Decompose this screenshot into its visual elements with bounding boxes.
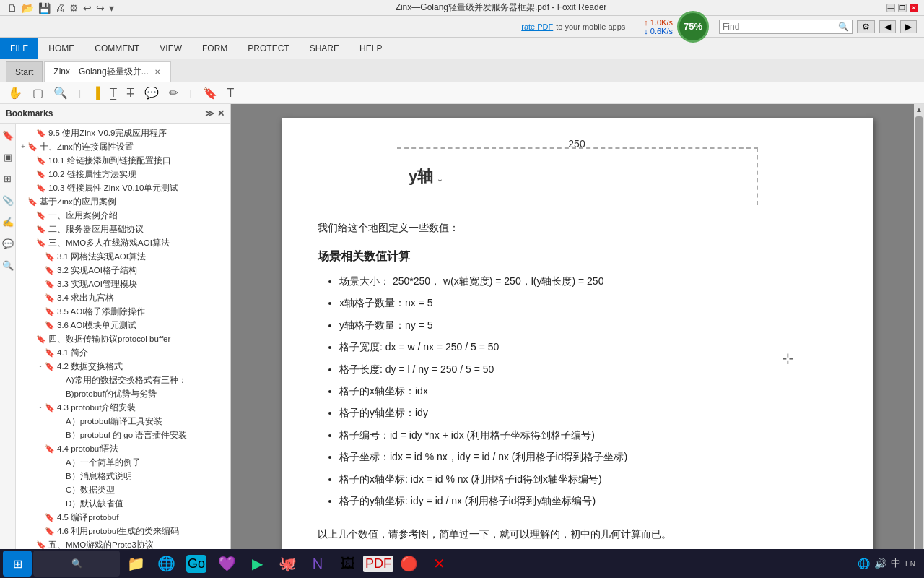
sidebar-tree-item[interactable]: 🔖3.3 实现AOI管理模块 [16,277,230,291]
menu-help[interactable]: HELP [349,38,392,59]
tree-toggle[interactable]: - [19,197,27,206]
find-input[interactable] [723,22,838,32]
taskbar-app7[interactable]: ✕ [424,551,453,577]
attachments-panel-icon[interactable]: 📎 [1,194,14,207]
menu-protect[interactable]: PROTECT [237,38,299,59]
sidebar-collapse-icon[interactable]: ✕ [217,108,225,118]
hand-tool-icon[interactable]: ✋ [6,86,25,100]
pen-tool-icon[interactable]: ✏ [167,86,180,100]
sidebar-tree-item[interactable]: -🔖4.2 数据交换格式 [16,360,230,374]
sidebar-tree-item[interactable]: D）默认缺省值 [16,497,230,511]
find-settings-btn[interactable]: ⚙ [857,20,875,33]
menu-share[interactable]: SHARE [300,38,349,59]
menu-view[interactable]: VIEW [149,38,192,59]
tree-toggle[interactable]: - [36,362,45,371]
sidebar-tree-item[interactable]: 🔖四、数据传输协议protocol buffer [16,332,230,346]
settings-icon[interactable]: ⚙ [68,2,80,14]
upload-cta[interactable]: rate PDF [521,22,553,31]
sidebar-expand-icon[interactable]: ≫ [205,108,214,118]
redo-icon[interactable]: ↪ [95,2,106,14]
menu-home[interactable]: HOME [38,38,84,59]
sidebar-tree-item[interactable]: 🔖二、服务器应用基础协议 [16,223,230,236]
find-icon[interactable]: 🔍 [838,22,849,32]
search-panel-icon[interactable]: 🔍 [1,259,14,272]
scroll-up-btn[interactable]: ▲ [914,104,924,115]
sidebar-tree-item[interactable]: 🔖3.5 AOI格子添删除操作 [16,305,230,319]
sidebar-tree-item[interactable]: -🔖4.3 protobuf介绍安装 [16,401,230,415]
find-input-wrap[interactable]: 🔍 [719,20,853,34]
underline-tool-icon[interactable]: T̲ [108,86,119,100]
tab-start[interactable]: Start [6,61,43,82]
sidebar-tree-item[interactable]: B)protobuf的优势与劣势 [16,387,230,401]
sidebar-tree-item[interactable]: 🔖4.5 编译protobuf [16,511,230,525]
layers-panel-icon[interactable]: ⊞ [1,173,14,186]
tab-close-icon[interactable]: ✕ [153,68,162,76]
find-prev-btn[interactable]: ◀ [879,20,896,33]
taskbar-pdf-reader[interactable]: PDF [364,551,393,577]
restore-button[interactable]: ❐ [898,4,907,12]
close-button[interactable]: ✕ [910,4,918,12]
undo-icon[interactable]: ↩ [82,2,93,14]
sidebar-tree-item[interactable]: C）数据类型 [16,483,230,497]
lang-icon[interactable]: 中 [891,557,901,570]
scroll-thumb[interactable] [915,116,923,566]
taskbar-file-explorer[interactable]: 📁 [121,551,150,577]
sidebar-tree-item[interactable]: -🔖基于Zinx的应用案例 [16,195,230,209]
network-icon[interactable]: 🌐 [858,558,870,569]
menu-form[interactable]: FORM [192,38,237,59]
sidebar-tree-item[interactable]: B）protobuf 的 go 语言插件安装 [16,428,230,442]
sidebar-tree-item[interactable]: 🔖4.4 protobuf语法 [16,442,230,456]
scrollbar-vertical[interactable]: ▲ ▼ [914,104,924,578]
comment-panel-icon[interactable]: 💬 [1,238,14,251]
thumbnail-panel-icon[interactable]: ▣ [1,151,14,164]
menu-file[interactable]: FILE [0,38,38,59]
tree-toggle[interactable]: - [27,238,36,247]
taskbar-image-viewer[interactable]: 🖼 [334,551,362,577]
print-icon[interactable]: 🖨 [53,2,66,14]
sidebar-tree-item[interactable]: -🔖3.4 求出九宫格 [16,291,230,305]
volume-icon[interactable]: 🔊 [874,558,886,569]
sidebar-tree-item[interactable]: 🔖4.1 简介 [16,346,230,360]
bookmark-panel-icon[interactable]: 🔖 [1,129,14,142]
stamp-tool-icon[interactable]: 🔖 [201,86,219,100]
more-icon[interactable]: ▾ [108,2,116,14]
tree-toggle[interactable]: - [36,403,45,412]
new-icon[interactable]: 🗋 [6,2,19,14]
taskbar-onenote[interactable]: N [303,551,332,577]
sidebar-tree-item[interactable]: 🔖10.2 链接属性方法实现 [16,168,230,181]
signature-panel-icon[interactable]: ✍ [1,216,14,229]
sidebar-tree-item[interactable]: 🔖3.2 实现AOI格子结构 [16,264,230,277]
sidebar-tree-item[interactable]: 🔖4.6 利用protobuf生成的类来编码 [16,525,230,538]
tree-toggle[interactable]: - [36,293,45,302]
taskbar-git[interactable]: 🐙 [273,551,302,577]
taskbar-goland[interactable]: ▶ [243,551,271,577]
taskbar-chrome[interactable]: 🌐 [152,551,180,577]
tab-pdf[interactable]: Zinx—Golang轻量级并... ✕ [44,61,170,82]
sidebar-tree-item[interactable]: 🔖9.5 使用Zinx-V0.9完成应用程序 [16,126,230,140]
taskbar-foxit[interactable]: 🔴 [394,551,423,577]
find-next-btn[interactable]: ▶ [900,20,917,33]
zoom-tool-icon[interactable]: 🔍 [51,86,70,100]
strikethrough-tool-icon[interactable]: T̶ [125,86,136,100]
start-button[interactable]: ⊞ [3,551,32,577]
sidebar-tree-item[interactable]: 🔖3.6 AOI模块单元测试 [16,319,230,332]
menu-comment[interactable]: COMMENT [84,38,149,59]
taskbar-search[interactable]: 🔍 [33,551,120,577]
taskbar-go[interactable]: Go [182,551,211,577]
comment-tool-icon[interactable]: 💬 [142,86,161,100]
sidebar-tree-item[interactable]: -🔖三、MMO多人在线游戏AOI算法 [16,236,230,250]
sidebar-tree-item[interactable]: B）消息格式说明 [16,470,230,483]
sidebar-tree-item[interactable]: 🔖10.1 给链接添加到链接配置接口 [16,154,230,168]
tree-toggle[interactable]: + [19,142,27,151]
sidebar-tree-item[interactable]: +🔖十、Zinx的连接属性设置 [16,140,230,154]
save-icon[interactable]: 💾 [37,2,52,14]
sidebar-tree-item[interactable]: A）一个简单的例子 [16,456,230,470]
minimize-button[interactable]: — [886,4,895,12]
sidebar-tree-item[interactable]: 🔖3.1 网格法实现AOI算法 [16,250,230,264]
typewriter-tool-icon[interactable]: T [225,87,237,100]
sidebar-tree-item[interactable]: A）protobuf编译工具安装 [16,415,230,428]
sidebar-tree-item[interactable]: A)常用的数据交换格式有三种： [16,374,230,387]
open-icon[interactable]: 📂 [20,2,35,14]
select-tool-icon[interactable]: ▢ [30,86,45,100]
sidebar-tree-item[interactable]: 🔖一、应用案例介绍 [16,209,230,223]
